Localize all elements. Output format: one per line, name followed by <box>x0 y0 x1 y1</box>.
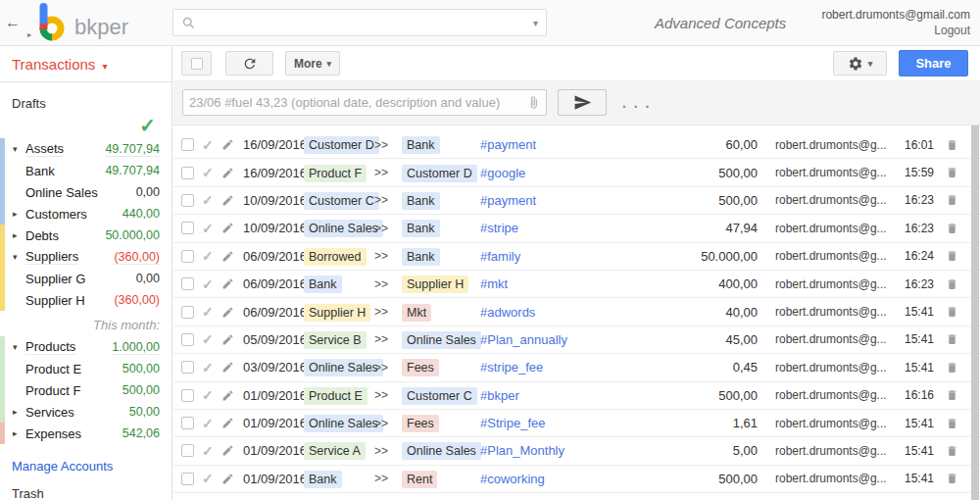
expand-arrow-icon[interactable]: ▸ <box>13 230 25 240</box>
transaction-row[interactable]: ✓06/09/2016Supplier H>>Mkt#adwords40,00r… <box>173 298 980 325</box>
row-checkbox[interactable] <box>181 222 194 234</box>
expand-arrow-icon[interactable]: ▸ <box>13 428 25 438</box>
attach-file-icon[interactable] <box>527 95 540 110</box>
hashtag-link[interactable]: #coworking <box>480 472 640 486</box>
from-account-chip[interactable]: Bank <box>304 471 342 488</box>
trash-icon[interactable] <box>946 444 960 458</box>
sidebar-account-expenses[interactable]: ▸Expenses542,06 <box>0 423 172 444</box>
sidebar-account-suppliers[interactable]: ▾Suppliers(360,00) <box>0 246 172 268</box>
manage-accounts-link[interactable]: Manage Accounts <box>0 454 172 478</box>
from-account-chip[interactable]: Customer C <box>304 192 379 210</box>
hashtag-link[interactable]: #payment <box>480 137 640 152</box>
entry-more-options-button[interactable]: . . . <box>622 95 651 111</box>
hashtag-link[interactable]: #Plan_annually <box>480 332 640 347</box>
row-checkbox[interactable] <box>181 444 194 457</box>
drafts-link[interactable]: Drafts <box>0 82 172 111</box>
row-checkbox[interactable] <box>181 473 194 485</box>
trash-icon[interactable] <box>946 305 960 319</box>
from-account-chip[interactable]: Service A <box>304 442 366 460</box>
from-account-chip[interactable]: Product F <box>304 165 367 182</box>
hashtag-link[interactable]: #Stripe_fee <box>480 416 640 430</box>
to-account-chip[interactable]: Fees <box>402 415 439 432</box>
hashtag-link[interactable]: #stripe_fee <box>480 360 640 375</box>
to-account-chip[interactable]: Online Sales <box>402 442 481 460</box>
to-account-chip[interactable]: Customer C <box>402 387 477 405</box>
hashtag-link[interactable]: #Plan_Monthly <box>480 443 640 458</box>
transaction-row[interactable]: ✓16/09/2016Customer D>>Bank#payment60,00… <box>173 131 980 159</box>
trash-icon[interactable] <box>946 417 960 430</box>
trash-icon[interactable] <box>946 332 960 346</box>
trash-icon[interactable] <box>946 472 960 485</box>
more-button[interactable]: More ▾ <box>285 51 340 75</box>
search-input[interactable] <box>196 16 527 30</box>
trash-icon[interactable] <box>946 361 960 375</box>
sidebar-account-supplier-g[interactable]: Supplier G0,00 <box>0 268 172 289</box>
edit-icon[interactable] <box>221 361 236 374</box>
expand-arrow-icon[interactable]: ▸ <box>13 209 25 219</box>
edit-icon[interactable] <box>221 194 236 207</box>
edit-icon[interactable] <box>221 250 236 263</box>
row-checkbox[interactable] <box>181 361 194 374</box>
posted-filter-check-icon[interactable]: ✓ <box>0 111 172 138</box>
to-account-chip[interactable]: Customer D <box>402 165 477 182</box>
hashtag-link[interactable]: #mkt <box>480 276 640 291</box>
edit-icon[interactable] <box>221 167 236 179</box>
to-account-chip[interactable]: Supplier H <box>402 275 468 293</box>
search-options-caret-icon[interactable]: ▾ <box>527 18 538 28</box>
from-account-chip[interactable]: Supplier H <box>304 304 370 322</box>
row-checkbox[interactable] <box>181 389 194 402</box>
edit-icon[interactable] <box>221 306 236 319</box>
row-checkbox[interactable] <box>181 277 194 290</box>
transaction-row[interactable]: ✓06/09/2016Borrowed>>Bank#family50.000,0… <box>173 243 980 271</box>
transaction-row[interactable]: ✓06/09/2016Bank>>Supplier H#mkt400,00rob… <box>173 271 980 298</box>
from-account-chip[interactable]: Online Sales <box>304 220 383 237</box>
trash-icon[interactable] <box>946 277 960 291</box>
sidebar-account-product-f[interactable]: Product F500,00 <box>0 379 172 401</box>
hashtag-link[interactable]: #stripe <box>480 221 640 235</box>
row-checkbox[interactable] <box>181 250 194 263</box>
sidebar-account-supplier-h[interactable]: Supplier H(360,00) <box>0 289 172 311</box>
edit-icon[interactable] <box>221 277 236 290</box>
trash-icon[interactable] <box>946 249 960 263</box>
expand-arrow-icon[interactable]: ▾ <box>13 342 25 352</box>
to-account-chip[interactable]: Bank <box>402 192 440 210</box>
back-button[interactable]: ← <box>0 14 25 31</box>
trash-icon[interactable] <box>946 138 960 152</box>
sidebar-account-customers[interactable]: ▸Customers440,00 <box>0 203 172 225</box>
row-checkbox[interactable] <box>181 138 194 151</box>
hashtag-link[interactable]: #google <box>480 166 640 180</box>
transaction-row[interactable]: ✓10/09/2016Customer C>>Bank#payment500,0… <box>173 187 980 215</box>
settings-button[interactable]: ▾ <box>833 51 887 75</box>
sidebar-account-products[interactable]: ▾Products1.000,00 <box>0 336 172 358</box>
sidebar-account-assets[interactable]: ▾Assets49.707,94 <box>0 138 172 160</box>
expand-arrow-icon[interactable]: ▾ <box>13 252 25 262</box>
from-account-chip[interactable]: Customer D <box>304 136 379 154</box>
sidebar-account-online-sales[interactable]: Online Sales0,00 <box>0 181 172 203</box>
from-account-chip[interactable]: Online Sales <box>304 359 383 376</box>
sidebar-toggle-icon[interactable]: ▸ <box>27 30 31 39</box>
share-button[interactable]: Share <box>899 50 968 76</box>
expand-arrow-icon[interactable]: ▸ <box>13 407 25 417</box>
transaction-row[interactable]: ✓05/09/2016Service B>>Online Sales#Plan_… <box>173 326 980 354</box>
edit-icon[interactable] <box>221 222 236 234</box>
edit-icon[interactable] <box>221 333 236 346</box>
edit-icon[interactable] <box>221 473 236 485</box>
edit-icon[interactable] <box>221 389 236 402</box>
transaction-row[interactable]: ✓16/09/2016Product F>>Customer D#google5… <box>173 159 980 186</box>
transaction-row[interactable]: ✓10/09/2016Online Sales>>Bank#stripe47,9… <box>173 215 980 242</box>
view-selector[interactable]: Transactions ▾ <box>0 46 172 81</box>
hashtag-link[interactable]: #payment <box>480 193 640 208</box>
hashtag-link[interactable]: #bkper <box>480 388 640 403</box>
to-account-chip[interactable]: Rent <box>402 471 437 488</box>
transaction-row[interactable]: ✓01/09/2016Product E>>Customer C#bkper50… <box>173 382 980 410</box>
to-account-chip[interactable]: Fees <box>402 359 439 376</box>
transaction-row[interactable]: ✓01/09/2016Online Sales>>Fees#Stripe_fee… <box>173 410 980 437</box>
row-checkbox[interactable] <box>181 306 194 319</box>
refresh-button[interactable] <box>225 51 273 75</box>
transaction-row[interactable]: ✓01/09/2016Bank>>Rent#coworking500,00rob… <box>173 466 980 493</box>
sidebar-account-debts[interactable]: ▸Debts50.000,00 <box>0 225 172 246</box>
trash-icon[interactable] <box>946 222 960 235</box>
row-checkbox[interactable] <box>181 333 194 346</box>
to-account-chip[interactable]: Bank <box>402 136 440 154</box>
edit-icon[interactable] <box>221 444 236 457</box>
